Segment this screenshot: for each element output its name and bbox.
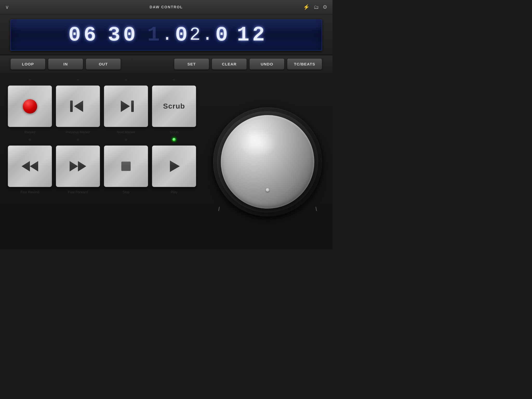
- prev-marker-icon: [69, 98, 87, 114]
- fast-rewind-button[interactable]: [8, 145, 52, 187]
- digit-1: 6: [82, 25, 97, 45]
- knob-highlight: [240, 129, 277, 157]
- svg-marker-4: [22, 161, 30, 171]
- ffwd-label: Fast Forward: [68, 190, 88, 194]
- knob-dot: [266, 188, 269, 192]
- scrub-text: Scrub: [163, 102, 185, 110]
- rewind-cell: Fast Rewind: [8, 145, 52, 194]
- knob-ring: [217, 111, 318, 212]
- knob-container: / \: [213, 107, 322, 216]
- digit-4: 1: [146, 25, 160, 45]
- in-button[interactable]: IN: [48, 58, 83, 70]
- stop-led: [124, 138, 128, 141]
- next-marker-label: Next Marker: [117, 130, 135, 134]
- svg-marker-6: [70, 161, 78, 171]
- knob-inner[interactable]: [221, 115, 314, 209]
- next-marker-icon: [117, 98, 135, 114]
- transport-row-1: Record Previous Marker: [8, 85, 205, 134]
- fast-forward-button[interactable]: [56, 145, 100, 187]
- rewind-icon: [19, 158, 40, 174]
- jog-wheel[interactable]: [213, 107, 322, 216]
- dot-2: .: [202, 26, 213, 44]
- prev-marker-led: [76, 78, 79, 81]
- digit-0: 0: [67, 25, 81, 45]
- dot-0: .: [162, 26, 172, 44]
- rewind-label: Fast Rewind: [21, 190, 39, 194]
- prev-marker-label: Previous Marker: [66, 130, 90, 134]
- record-led: [28, 78, 31, 81]
- corner-marks: / \: [213, 206, 322, 212]
- header-right: ⚡ 🗂 ⚙: [303, 4, 327, 10]
- scrub-button[interactable]: Scrub: [152, 85, 196, 127]
- record-cell: Record: [8, 85, 52, 134]
- bolt-icon[interactable]: ⚡: [303, 4, 310, 10]
- svg-marker-7: [78, 161, 86, 171]
- stop-cell: Stop: [104, 145, 148, 194]
- header-left: ∨: [5, 4, 9, 10]
- chevron-down-icon[interactable]: ∨: [5, 4, 9, 10]
- knob-area: / \: [210, 78, 325, 245]
- corner-mark-left: /: [218, 206, 220, 212]
- out-button[interactable]: OUT: [86, 58, 121, 70]
- tc-beats-button[interactable]: TC/BEATS: [287, 58, 322, 70]
- time-display: 0 6 3 0 1 . 0 2 . 0 1 2: [10, 19, 322, 51]
- transport-row-2: Fast Rewind Fast Forward Stop: [8, 145, 205, 194]
- set-button[interactable]: SET: [174, 58, 209, 70]
- header: ∨ DAW CONTROL ⚡ 🗂 ⚙: [0, 0, 332, 14]
- corner-mark-right: \: [315, 206, 317, 212]
- next-marker-cell: Next Marker: [104, 85, 148, 134]
- clear-button[interactable]: CLEAR: [212, 58, 247, 70]
- digit-5: 0: [174, 25, 188, 45]
- svg-marker-5: [30, 161, 38, 171]
- next-marker-led: [124, 78, 128, 81]
- transport-buttons-bar: LOOP IN OUT SET CLEAR UNDO TC/BEATS: [0, 55, 332, 73]
- digit-6: 0: [214, 25, 229, 45]
- play-icon: [166, 158, 182, 174]
- stop-button[interactable]: [104, 145, 148, 187]
- ffwd-cell: Fast Forward: [56, 145, 100, 194]
- digit-3: 0: [122, 25, 136, 45]
- main-area: Record Previous Marker: [0, 73, 332, 249]
- prev-marker-button[interactable]: [56, 85, 100, 127]
- next-marker-button[interactable]: [104, 85, 148, 127]
- svg-rect-3: [131, 101, 134, 112]
- play-cell: Play: [152, 145, 196, 194]
- scrub-led: [172, 78, 176, 81]
- undo-button[interactable]: UNDO: [249, 58, 284, 70]
- ffwd-led: [76, 138, 79, 141]
- transport-grid: Record Previous Marker: [8, 78, 205, 245]
- scrub-cell: Scrub Scrub: [152, 85, 196, 134]
- svg-marker-1: [74, 101, 83, 112]
- digit-2: 3: [107, 25, 121, 45]
- stop-icon: [118, 158, 134, 174]
- loop-button[interactable]: LOOP: [10, 58, 45, 70]
- svg-rect-0: [70, 101, 73, 112]
- stop-label: Stop: [123, 190, 130, 194]
- ffwd-icon: [68, 158, 88, 174]
- play-label: Play: [171, 190, 177, 194]
- gear-icon[interactable]: ⚙: [323, 4, 327, 10]
- play-button[interactable]: [152, 145, 196, 187]
- rewind-led: [28, 138, 31, 141]
- digit-8: 2: [251, 25, 265, 45]
- record-icon: [23, 99, 37, 114]
- record-label: Record: [24, 130, 35, 134]
- document-icon[interactable]: 🗂: [314, 4, 319, 10]
- svg-rect-8: [121, 162, 131, 171]
- scrub-label: Scrub: [170, 130, 178, 134]
- dot-1: 2: [189, 26, 200, 44]
- digit-group: 0 6 3 0 1 . 0 2 . 0 1 2: [67, 25, 265, 45]
- svg-marker-2: [121, 101, 130, 112]
- display-panel: 0 6 3 0 1 . 0 2 . 0 1 2: [0, 14, 332, 55]
- svg-marker-9: [170, 161, 180, 172]
- prev-marker-cell: Previous Marker: [56, 85, 100, 134]
- app-title: DAW CONTROL: [150, 5, 183, 9]
- digit-7: 1: [236, 25, 250, 45]
- record-button[interactable]: [8, 85, 52, 127]
- play-led: [172, 138, 176, 141]
